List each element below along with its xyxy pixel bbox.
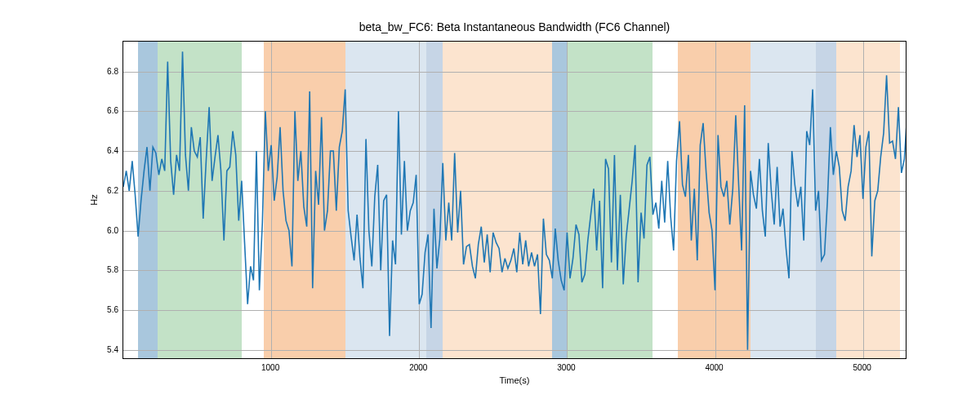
x-tick-label: 3000	[557, 363, 575, 372]
plot-area	[122, 41, 906, 359]
x-tick-label: 2000	[409, 363, 427, 372]
x-tick-label: 5000	[853, 363, 871, 372]
x-tick-label: 4000	[705, 363, 723, 372]
y-tick-label: 6.4	[98, 146, 118, 155]
chart-container	[122, 41, 906, 359]
data-line-svg	[123, 42, 906, 359]
y-tick-label: 6.8	[98, 66, 118, 75]
y-tick-label: 6.2	[98, 185, 118, 194]
data-series-line	[123, 51, 906, 350]
x-tick-label: 1000	[261, 363, 279, 372]
x-axis-label: Time(s)	[122, 375, 906, 385]
y-tick-label: 6.0	[98, 225, 118, 234]
y-tick-label: 5.8	[98, 265, 118, 274]
y-tick-label: 6.6	[98, 106, 118, 115]
y-tick-label: 5.6	[98, 305, 118, 314]
y-tick-label: 5.4	[98, 344, 118, 353]
chart-title: beta_bw_FC6: Beta Instantaneous Bandwidt…	[122, 20, 906, 33]
